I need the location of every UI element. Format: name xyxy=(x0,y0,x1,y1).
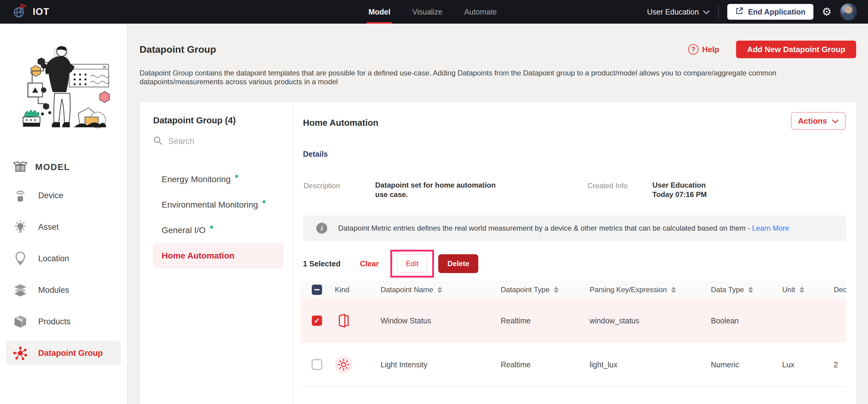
group-search xyxy=(153,136,284,147)
help-link[interactable]: ? Help xyxy=(688,44,719,55)
nav-tab-model[interactable]: Model xyxy=(369,0,390,24)
sidebar-item-device[interactable]: Device xyxy=(6,183,121,208)
details-section-title: Details xyxy=(303,150,846,159)
sidebar-item-label: Datapoint Group xyxy=(38,348,103,358)
group-item-environmental-monitoring[interactable]: Environmental Monitoring * xyxy=(153,192,284,217)
detail-title: Home Automation xyxy=(303,118,846,128)
column-unit[interactable]: Unit xyxy=(782,285,834,294)
column-parsing-key[interactable]: Parsing Key/Expression xyxy=(590,285,711,294)
group-item-energy-monitoring[interactable]: Energy Monitoring * xyxy=(153,167,284,192)
sidebar-item-products[interactable]: Products xyxy=(6,309,121,334)
left-sidebar: MODEL Device xyxy=(0,24,128,404)
column-datapoint-type[interactable]: Datapoint Type xyxy=(501,285,590,294)
external-link-icon xyxy=(735,7,744,17)
app-window: IOT Model Visualize Automate User Educat… xyxy=(0,0,868,404)
column-datapoint-name[interactable]: Datapoint Name xyxy=(381,285,501,294)
sidebar-item-label: Location xyxy=(38,254,69,263)
location-pin-icon xyxy=(13,251,27,266)
group-item-general-io[interactable]: General I/O * xyxy=(153,217,284,243)
cell-datapoint-name: Light Intensity xyxy=(381,360,501,369)
select-all-checkbox[interactable] xyxy=(312,284,322,295)
info-icon: i xyxy=(316,223,327,234)
table-row-window-status[interactable]: ✓ Window Status Realtime window_stat xyxy=(300,299,846,343)
edit-button[interactable]: Edit xyxy=(397,255,427,273)
selected-count: 1 Selected xyxy=(303,260,341,268)
created-info-value: User Education Today 07:16 PM xyxy=(652,180,707,199)
model-box-icon xyxy=(13,162,27,172)
end-application-button[interactable]: End Application xyxy=(727,4,813,20)
sort-icon[interactable] xyxy=(671,287,676,293)
products-box-icon xyxy=(13,315,27,328)
nav-tab-automate[interactable]: Automate xyxy=(464,0,497,24)
chevron-down-icon xyxy=(703,8,710,16)
navbar-right: User Education End Application ⚙ xyxy=(647,0,857,24)
group-item-label: General I/O xyxy=(162,226,206,235)
iot-globe-logo-icon xyxy=(11,3,27,20)
sidebar-item-asset[interactable]: Asset xyxy=(6,214,121,239)
column-label: Unit xyxy=(782,285,795,294)
add-new-datapoint-group-button[interactable]: Add New Datapoint Group xyxy=(736,41,856,58)
sidebar-item-location[interactable]: Location xyxy=(6,246,121,271)
sidebar-item-label: Device xyxy=(38,191,63,200)
modules-layers-icon xyxy=(13,284,27,296)
sidebar-illustration xyxy=(12,38,115,138)
top-navbar: IOT Model Visualize Automate User Educat… xyxy=(0,0,868,24)
sun-icon xyxy=(335,356,352,373)
sidebar-item-datapoint-group[interactable]: Datapoint Group xyxy=(6,341,121,366)
group-list: Energy Monitoring * Environmental Monito… xyxy=(153,167,284,269)
settings-gear-icon[interactable]: ⚙ xyxy=(822,6,832,17)
detail-panel: Home Automation Actions Details Descript… xyxy=(293,102,857,404)
sidebar-item-label: Asset xyxy=(38,223,59,232)
cell-datapoint-type: Realtime xyxy=(501,360,590,369)
sort-icon[interactable] xyxy=(800,287,804,293)
table-row-light-intensity[interactable]: Light Intensity Realtime light_lux Numer… xyxy=(300,343,846,387)
edit-button-highlight-annotation: Edit xyxy=(390,250,434,278)
created-info-label: Created Info xyxy=(587,181,627,190)
column-data-type[interactable]: Data Type xyxy=(711,285,782,294)
column-label: Parsing Key/Expression xyxy=(590,285,667,294)
column-kind[interactable]: Kind xyxy=(331,285,381,294)
row-checkbox-unchecked[interactable] xyxy=(312,360,322,370)
workspace-selector[interactable]: User Education xyxy=(647,8,710,16)
sidebar-item-label: Products xyxy=(38,317,71,327)
brand-name: IOT xyxy=(33,6,50,17)
page-description: Datapoint Group contains the datapoint t… xyxy=(140,68,846,86)
user-avatar[interactable] xyxy=(840,3,857,20)
row-checkbox-checked[interactable]: ✓ xyxy=(312,315,322,326)
search-icon xyxy=(153,136,163,147)
help-label: Help xyxy=(702,45,719,54)
nav-tab-visualize[interactable]: Visualize xyxy=(412,0,442,24)
group-item-home-automation[interactable]: Home Automation xyxy=(153,243,284,269)
description-label: Description xyxy=(304,181,340,190)
nav-divider xyxy=(718,5,719,18)
cell-parsing-key: light_lux xyxy=(590,360,711,369)
delete-button[interactable]: Delete xyxy=(438,254,478,273)
sort-icon[interactable] xyxy=(437,287,442,293)
sidebar-item-modules[interactable]: Modules xyxy=(6,278,121,302)
cell-datapoint-name: Window Status xyxy=(381,316,501,325)
window-open-icon xyxy=(335,312,352,330)
column-decimals[interactable]: Dec xyxy=(834,285,846,294)
learn-more-link[interactable]: Learn More xyxy=(752,224,789,232)
primary-nav: Model Visualize Automate xyxy=(369,0,497,24)
selection-toolbar: 1 Selected Clear Edit Delete xyxy=(303,249,846,278)
sort-icon[interactable] xyxy=(748,287,753,293)
unsaved-asterisk: * xyxy=(210,223,214,234)
clear-selection-button[interactable]: Clear xyxy=(360,260,379,268)
description-value: Datapoint set for home automation use ca… xyxy=(375,180,505,199)
info-banner: i Datapoint Metric entries defines the r… xyxy=(303,215,846,241)
chevron-down-icon xyxy=(832,116,839,126)
datapoint-group-cluster-icon xyxy=(13,346,27,360)
search-input[interactable] xyxy=(168,137,284,146)
asset-bulb-icon xyxy=(13,220,27,234)
datapoint-group-card: Datapoint Group (4) Energy Monitoring * xyxy=(140,102,856,404)
details-meta: Description Datapoint set for home autom… xyxy=(303,180,846,200)
unsaved-asterisk: * xyxy=(235,172,238,183)
sidebar-section-label: MODEL xyxy=(35,162,70,172)
sort-icon[interactable] xyxy=(554,287,559,293)
group-list-panel: Datapoint Group (4) Energy Monitoring * xyxy=(140,102,293,404)
cell-data-type: Boolean xyxy=(711,316,782,325)
cell-decimals: 2 xyxy=(834,360,846,369)
brand: IOT xyxy=(0,3,127,20)
actions-button[interactable]: Actions xyxy=(791,112,845,130)
